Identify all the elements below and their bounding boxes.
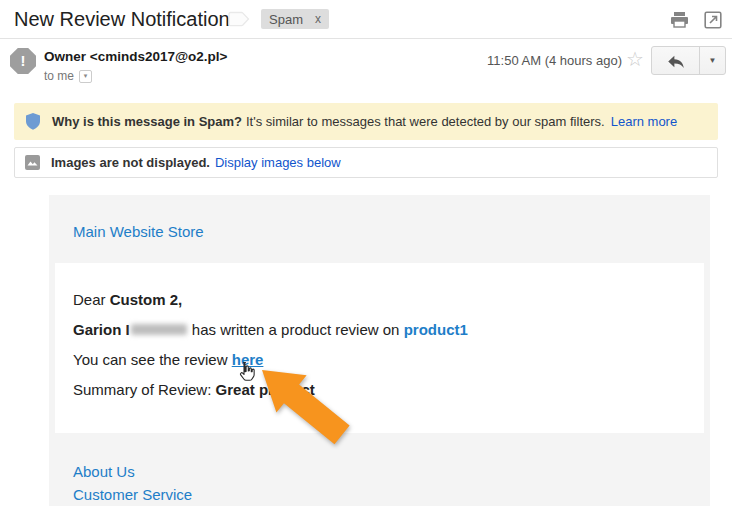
reply-arrow-icon <box>666 52 686 70</box>
email-subject: New Review Notification <box>14 8 230 31</box>
email-store-header: Main Website Store <box>49 195 710 263</box>
product-link[interactable]: product1 <box>404 321 468 338</box>
display-images-link[interactable]: Display images below <box>215 155 341 170</box>
reply-button-group: ▼ <box>651 46 726 75</box>
redacted-last-name <box>131 324 187 335</box>
recipient-label: to me <box>44 69 74 83</box>
see-review-line: You can see the review here <box>73 351 686 369</box>
greeting-line: Dear Custom 2, <box>73 291 686 309</box>
review-summary: Great product <box>216 381 315 398</box>
spam-label-text: Spam <box>269 12 303 27</box>
image-icon <box>25 155 40 170</box>
customer-service-link[interactable]: Customer Service <box>73 483 686 506</box>
more-reply-options-icon[interactable]: ▼ <box>700 47 725 74</box>
store-link[interactable]: Main Website Store <box>73 223 204 240</box>
print-icon[interactable] <box>670 11 689 29</box>
show-details-icon[interactable]: ▾ <box>79 70 92 83</box>
spam-warning-banner: Why is this message in Spam? It's simila… <box>14 103 718 140</box>
recipient-name: Custom 2, <box>110 291 183 308</box>
star-icon[interactable]: ☆ <box>626 48 644 70</box>
email-timestamp: 11:50 AM (4 hours ago) <box>487 53 622 68</box>
subject-bar: New Review Notification Spam x <box>0 0 732 39</box>
open-in-new-icon[interactable] <box>704 11 722 29</box>
shield-icon <box>26 113 40 130</box>
reply-button[interactable] <box>652 47 700 74</box>
email-body: Main Website Store Dear Custom 2, Garion… <box>49 195 710 506</box>
email-footer: About Us Customer Service <box>49 433 710 506</box>
spam-question: Why is this message in Spam? <box>52 114 242 129</box>
spam-explanation: It's similar to messages that were detec… <box>246 114 605 129</box>
about-us-link[interactable]: About Us <box>73 460 686 483</box>
review-here-link[interactable]: here <box>232 351 264 368</box>
images-notice: Images are not displayed. <box>51 155 210 170</box>
learn-more-link[interactable]: Learn more <box>611 114 677 129</box>
sender-name: Owner <cminds2017@o2.pl> <box>44 49 228 64</box>
images-banner: Images are not displayed. Display images… <box>14 147 718 178</box>
review-line: Garion I has written a product review on… <box>73 321 686 339</box>
email-content: Dear Custom 2, Garion I has written a pr… <box>55 263 704 433</box>
sender-avatar-warning-icon: ! <box>10 48 36 74</box>
label-tag-icon <box>228 10 251 29</box>
spam-label-chip[interactable]: Spam x <box>261 9 329 29</box>
summary-line: Summary of Review: Great product <box>73 381 686 399</box>
remove-label-icon[interactable]: x <box>315 12 321 26</box>
reviewer-name: Garion I <box>73 321 130 338</box>
